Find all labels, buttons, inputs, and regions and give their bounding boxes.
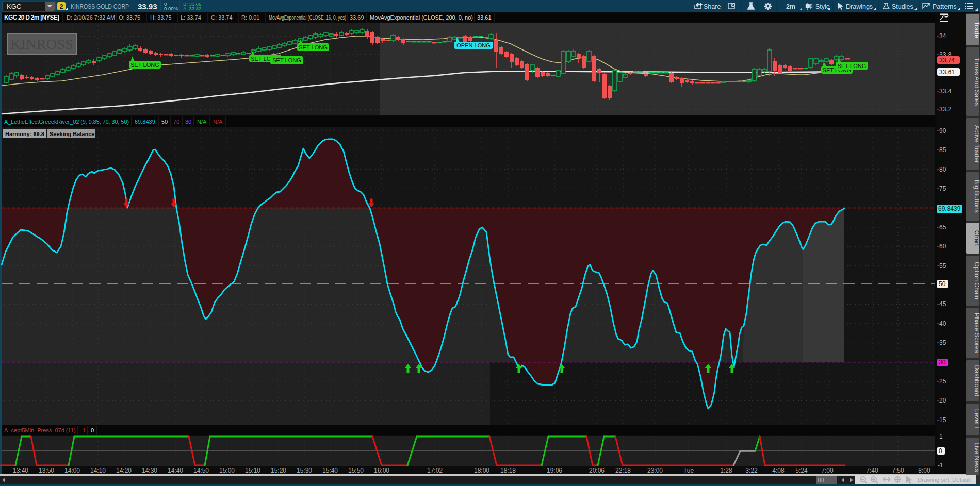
svg-text:O: 33.75: O: 33.75	[119, 14, 140, 21]
svg-text:23:00: 23:00	[647, 467, 663, 474]
svg-text:69.8439: 69.8439	[938, 205, 961, 212]
svg-text:L: 33.74: L: 33.74	[181, 14, 201, 21]
svg-text:18:00: 18:00	[474, 467, 489, 474]
svg-text:22:18: 22:18	[615, 467, 631, 474]
svg-text:34: 34	[939, 32, 946, 40]
svg-text:4:08: 4:08	[772, 467, 785, 474]
svg-text:20: 20	[939, 397, 946, 404]
svg-text:Phase Scores: Phase Scores	[973, 313, 980, 353]
svg-text:33.4: 33.4	[939, 88, 952, 95]
svg-text:30: 30	[939, 359, 946, 366]
svg-text:69.8439: 69.8439	[135, 119, 155, 125]
svg-text:15:20: 15:20	[271, 467, 286, 474]
svg-text:0: 0	[91, 427, 94, 433]
svg-text:20:06: 20:06	[589, 467, 605, 474]
svg-text:33.61: 33.61	[939, 69, 955, 76]
svg-text:N/A: N/A	[213, 119, 223, 125]
svg-text:Live News: Live News	[973, 442, 980, 472]
svg-text:30: 30	[185, 119, 191, 125]
svg-text:15: 15	[939, 416, 946, 424]
svg-text:14:40: 14:40	[168, 467, 183, 474]
svg-text:Studies: Studies	[892, 3, 913, 10]
svg-text:5:24: 5:24	[795, 467, 808, 474]
svg-text:33.2: 33.2	[939, 106, 952, 113]
svg-text:2: 2	[60, 3, 63, 10]
svg-text:D: 2/10/26 7:32 AM: D: 2/10/26 7:32 AM	[67, 14, 115, 21]
svg-text:N/A: N/A	[197, 119, 207, 125]
svg-text:1: 1	[939, 433, 943, 440]
svg-text:7:00: 7:00	[821, 467, 834, 474]
svg-text:16:00: 16:00	[374, 467, 389, 474]
svg-text:14:30: 14:30	[142, 467, 157, 474]
svg-text:45: 45	[939, 300, 946, 308]
svg-text:40: 40	[939, 320, 946, 327]
svg-text:60: 60	[939, 243, 946, 250]
svg-text:Drawing set: Default: Drawing set: Default	[918, 477, 971, 483]
svg-text:Big Buttons: Big Buttons	[973, 180, 980, 213]
svg-text:Level II: Level II	[973, 409, 980, 430]
svg-text:75: 75	[939, 185, 946, 192]
svg-text:19:06: 19:06	[547, 467, 562, 474]
svg-text:8:00: 8:00	[918, 467, 930, 474]
svg-text:Trade: Trade	[973, 21, 980, 38]
svg-text:A: 33.82: A: 33.82	[183, 6, 201, 11]
svg-text:65: 65	[939, 224, 946, 231]
svg-text:15:10: 15:10	[245, 467, 260, 474]
svg-text:Style: Style	[815, 3, 830, 10]
svg-text:R: 0.01: R: 0.01	[241, 14, 259, 21]
svg-text:13:40: 13:40	[13, 467, 28, 474]
svg-text:15:50: 15:50	[348, 467, 364, 474]
svg-text:7:40: 7:40	[866, 467, 878, 474]
svg-text:33.93: 33.93	[138, 2, 157, 11]
svg-text:H: 33.75: H: 33.75	[150, 14, 172, 21]
svg-text:Dashboard: Dashboard	[973, 365, 980, 396]
svg-text:70: 70	[173, 119, 179, 125]
svg-text:55: 55	[939, 262, 946, 270]
svg-text:50: 50	[161, 119, 168, 125]
svg-text:Chart: Chart	[973, 230, 980, 246]
svg-text:Harmony: 69.8: Harmony: 69.8	[5, 131, 44, 137]
svg-text:18:18: 18:18	[500, 467, 516, 474]
svg-text:KGC 20 D 2m [NYSE]: KGC 20 D 2m [NYSE]	[4, 14, 59, 21]
svg-text:0.00%: 0.00%	[164, 6, 178, 11]
svg-text:7:50: 7:50	[892, 467, 904, 474]
svg-text:SET LONG: SET LONG	[130, 62, 159, 68]
svg-text:-1: -1	[80, 427, 86, 433]
svg-text:A_LetheEffectGreeekRiver_02 (9: A_LetheEffectGreeekRiver_02 (9, 0.85, 70…	[4, 119, 129, 125]
svg-text:MovAvgExponential (CLOSE, 200,: MovAvgExponential (CLOSE, 200, 0, no)	[370, 14, 473, 21]
svg-text:1:28: 1:28	[720, 467, 732, 474]
svg-text:OPEN LONG: OPEN LONG	[456, 42, 490, 48]
svg-text:14:50: 14:50	[193, 467, 209, 474]
svg-text:14:20: 14:20	[116, 467, 132, 474]
svg-text:Drawings: Drawings	[846, 3, 873, 10]
svg-text:33.61: 33.61	[477, 14, 492, 21]
svg-text:-1: -1	[938, 462, 943, 469]
svg-text:15:00: 15:00	[219, 467, 235, 474]
svg-text:KGC: KGC	[7, 3, 21, 10]
svg-text:0: 0	[939, 447, 942, 455]
svg-text:MovAvgExponential (CLOSE, 16,: MovAvgExponential (CLOSE, 16, 0, yes)	[269, 14, 346, 21]
svg-text:25: 25	[939, 378, 946, 385]
svg-text:3:22: 3:22	[745, 467, 758, 474]
svg-text:Times And Sales: Times And Sales	[973, 58, 980, 106]
svg-text:17:02: 17:02	[427, 467, 443, 474]
svg-text:Option Chain: Option Chain	[973, 262, 980, 299]
svg-text:50: 50	[939, 280, 946, 288]
svg-text:90: 90	[939, 127, 946, 135]
svg-text:A_cept5Min_Press_07d (11): A_cept5Min_Press_07d (11)	[4, 427, 76, 433]
svg-text:15:40: 15:40	[322, 467, 338, 474]
svg-text:Share: Share	[704, 3, 721, 10]
svg-text:Active Trader: Active Trader	[973, 125, 980, 163]
svg-text:15:30: 15:30	[297, 467, 312, 474]
svg-text:33.74: 33.74	[939, 57, 955, 64]
svg-text:33.69: 33.69	[350, 14, 364, 21]
svg-text:Tue: Tue	[683, 467, 694, 474]
svg-text:SET LONG: SET LONG	[838, 63, 866, 69]
svg-text:2m: 2m	[786, 3, 795, 10]
svg-text:13:50: 13:50	[39, 467, 54, 474]
svg-text:KINROSS: KINROSS	[10, 37, 73, 52]
svg-text:SET LONG: SET LONG	[299, 44, 327, 51]
svg-text:C: 33.74: C: 33.74	[211, 14, 233, 21]
svg-text:14:10: 14:10	[90, 467, 106, 474]
svg-text:14:00: 14:00	[64, 467, 80, 474]
